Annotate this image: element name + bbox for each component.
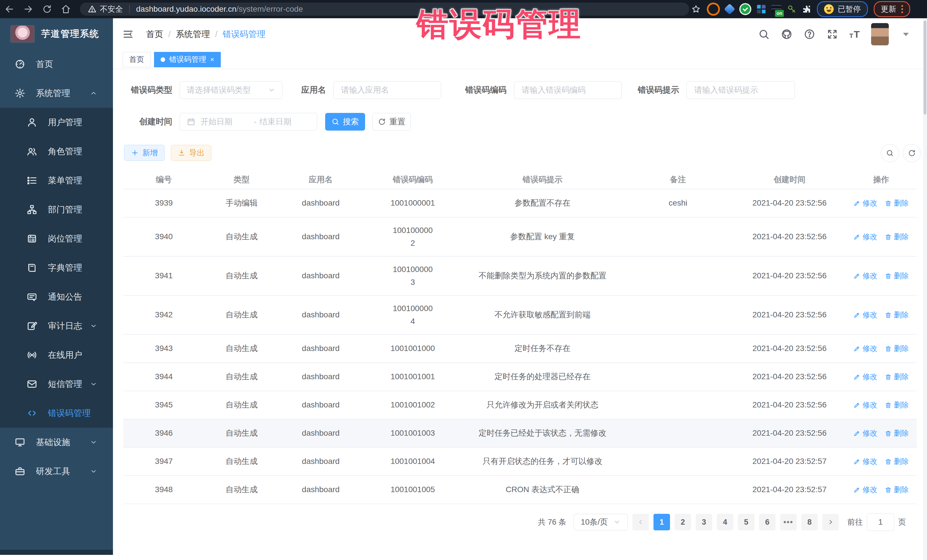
sidebar-item-error-code[interactable]: 错误码管理: [0, 399, 113, 428]
delete-link[interactable]: 删除: [885, 270, 909, 282]
jump-page-input[interactable]: [874, 517, 887, 527]
edit-link[interactable]: 修改: [853, 427, 877, 439]
page-button-1[interactable]: 1: [653, 514, 670, 530]
tab-home[interactable]: 首页: [123, 52, 150, 67]
sidebar-collapse-bar[interactable]: [0, 550, 113, 555]
search-icon[interactable]: [758, 29, 769, 40]
app-logo-row[interactable]: 芋道管理系统: [0, 18, 113, 50]
edit-link[interactable]: 修改: [853, 456, 877, 467]
github-icon[interactable]: [781, 29, 792, 40]
edit-link[interactable]: 修改: [853, 231, 877, 243]
table-row[interactable]: 3947自动生成dashboard1001001004只有开启状态的任务，才可以…: [123, 448, 917, 476]
extension-gem-icon[interactable]: [724, 3, 736, 15]
browser-reload-icon[interactable]: [38, 4, 56, 14]
address-bar[interactable]: 不安全 dashboard.yudao.iocoder.cn/system/er…: [80, 3, 689, 16]
delete-link[interactable]: 删除: [885, 309, 909, 321]
page-button-4[interactable]: 4: [717, 514, 733, 530]
table-row[interactable]: 3945自动生成dashboard1001001002只允许修改为开启或者关闭状…: [123, 391, 917, 419]
sidebar-item-home[interactable]: 首页: [0, 50, 113, 79]
table-row[interactable]: 3940自动生成dashboard100100000 2参数配置 key 重复2…: [123, 217, 917, 256]
edit-link[interactable]: 修改: [853, 399, 877, 411]
table-row[interactable]: 3943自动生成dashboard1001001000定时任务不存在2021-0…: [123, 335, 917, 363]
table-row[interactable]: 3946自动生成dashboard1001001003定时任务已经处于该状态，无…: [123, 419, 917, 448]
sidebar-item-system[interactable]: 系统管理: [0, 79, 113, 108]
profile-paused-chip[interactable]: 已暂停: [817, 1, 868, 17]
browser-forward-icon[interactable]: [19, 4, 38, 14]
tab-error-code[interactable]: 错误码管理 ×: [154, 52, 221, 67]
close-tab-icon[interactable]: ×: [210, 56, 214, 63]
error-code-input-box[interactable]: [514, 81, 622, 99]
hamburger-icon[interactable]: [122, 28, 134, 40]
edit-link[interactable]: 修改: [853, 197, 877, 209]
sidebar-item-dept[interactable]: 部门管理: [0, 195, 113, 224]
scrollbar[interactable]: [923, 18, 927, 560]
delete-link[interactable]: 删除: [885, 427, 909, 439]
browser-back-icon[interactable]: [0, 4, 19, 14]
extension-key-icon[interactable]: [787, 5, 796, 14]
font-size-icon[interactable]: TT: [849, 29, 860, 39]
table-row[interactable]: 3942自动生成dashboard100100000 4不允许获取敏感配置到前端…: [123, 296, 917, 335]
extensions-puzzle-icon[interactable]: [802, 5, 811, 14]
edit-link[interactable]: 修改: [853, 343, 877, 355]
edit-link[interactable]: 修改: [853, 270, 877, 282]
browser-home-icon[interactable]: [56, 4, 75, 14]
sidebar-item-user[interactable]: 用户管理: [0, 108, 113, 137]
sidebar-item-audit-log[interactable]: 审计日志: [0, 311, 113, 340]
delete-link[interactable]: 删除: [885, 371, 909, 383]
extension-grid-icon[interactable]: [757, 5, 766, 14]
delete-link[interactable]: 删除: [885, 456, 909, 467]
add-button[interactable]: 新增: [124, 145, 164, 161]
jump-input-box[interactable]: [867, 513, 894, 531]
user-avatar[interactable]: [871, 23, 889, 46]
edit-link[interactable]: 修改: [853, 371, 877, 383]
fullscreen-icon[interactable]: [827, 29, 838, 40]
browser-menu-icon[interactable]: [901, 5, 903, 13]
error-type-select[interactable]: 请选择错误码类型: [180, 81, 283, 99]
edit-link[interactable]: 修改: [853, 484, 877, 496]
delete-link[interactable]: 删除: [885, 399, 909, 411]
sidebar-item-online-user[interactable]: 在线用户: [0, 340, 113, 370]
breadcrumb-system[interactable]: 系统管理: [176, 29, 210, 40]
next-page-button[interactable]: [822, 514, 839, 530]
sidebar-item-infra[interactable]: 基础设施: [0, 428, 113, 457]
app-name-input[interactable]: [340, 85, 434, 95]
sidebar-item-menu[interactable]: 菜单管理: [0, 166, 113, 195]
scrollbar-thumb[interactable]: [924, 21, 926, 115]
page-ellipsis[interactable]: •••: [780, 514, 797, 530]
date-range-picker[interactable]: 开始日期 - 结束日期: [180, 113, 317, 131]
search-button[interactable]: 搜索: [325, 113, 365, 131]
delete-link[interactable]: 删除: [885, 484, 909, 496]
sidebar-item-notice[interactable]: 通知公告: [0, 282, 113, 311]
app-name-input-box[interactable]: [333, 81, 441, 99]
sidebar-item-post[interactable]: 岗位管理: [0, 224, 113, 253]
table-row[interactable]: 3939手动编辑dashboard1001000001参数配置不存在ceshi2…: [123, 189, 917, 217]
help-icon[interactable]: [804, 29, 815, 40]
error-msg-input-box[interactable]: [687, 81, 795, 99]
page-button-6[interactable]: 6: [759, 514, 775, 530]
page-size-select[interactable]: 10条/页: [574, 514, 628, 530]
bookmark-star-icon[interactable]: [691, 5, 701, 14]
refresh-table-button[interactable]: [903, 144, 921, 162]
delete-link[interactable]: 删除: [885, 197, 909, 209]
sidebar-item-sms[interactable]: 短信管理: [0, 370, 113, 399]
page-button-8[interactable]: 8: [801, 514, 818, 530]
error-msg-input[interactable]: [694, 85, 788, 95]
reset-button[interactable]: 重置: [372, 113, 411, 131]
page-button-3[interactable]: 3: [696, 514, 712, 530]
extension-list-icon[interactable]: on: [771, 5, 781, 14]
delete-link[interactable]: 删除: [885, 343, 909, 355]
extension-orange-icon[interactable]: [707, 3, 720, 16]
edit-link[interactable]: 修改: [853, 309, 877, 321]
delete-link[interactable]: 删除: [885, 231, 909, 243]
page-button-5[interactable]: 5: [738, 514, 754, 530]
browser-update-button[interactable]: 更新: [874, 1, 910, 17]
sidebar-item-role[interactable]: 角色管理: [0, 137, 113, 166]
error-code-input[interactable]: [521, 85, 615, 95]
sidebar-item-dict[interactable]: 字典管理: [0, 253, 113, 282]
table-row[interactable]: 3948自动生成dashboard1001001005CRON 表达式不正确20…: [123, 476, 917, 504]
extension-green-check-icon[interactable]: [739, 3, 751, 15]
sidebar-item-devtools[interactable]: 研发工具: [0, 457, 113, 486]
breadcrumb-home[interactable]: 首页: [146, 29, 163, 40]
show-search-toggle-button[interactable]: [881, 144, 899, 162]
table-row[interactable]: 3941自动生成dashboard100100000 3不能删除类型为系统内置的…: [123, 256, 917, 296]
